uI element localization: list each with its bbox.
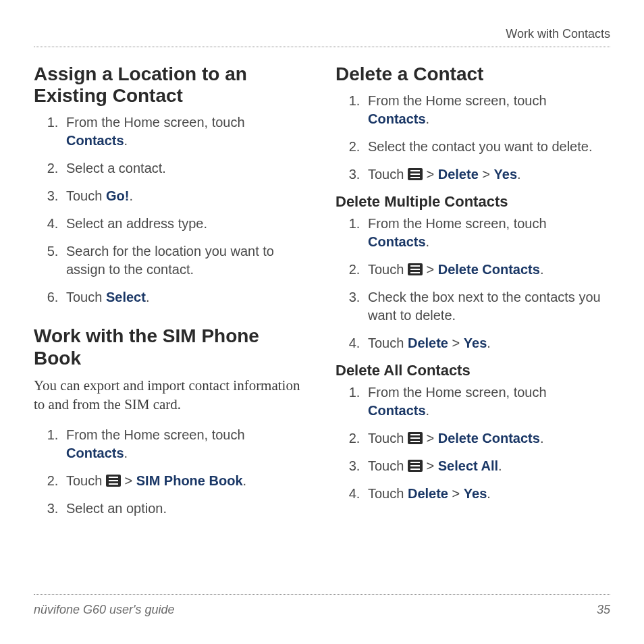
right-column: Delete a Contact From the Home screen, t…	[336, 63, 610, 527]
steps-delete-multiple: From the Home screen, touch Contacts. To…	[336, 215, 610, 352]
steps-assign-location: From the Home screen, touch Contacts. Se…	[34, 113, 308, 306]
link-delete: Delete	[408, 336, 448, 350]
menu-icon	[408, 432, 423, 444]
list-item: Search for the location you want to assi…	[62, 242, 308, 279]
menu-icon	[408, 168, 423, 180]
list-item: Touch > Delete Contacts.	[364, 261, 610, 279]
link-go: Go!	[106, 188, 129, 203]
link-delete-contacts: Delete Contacts	[438, 431, 540, 446]
heading-assign-location: Assign a Location to an Existing Contact	[34, 63, 308, 107]
steps-delete-all: From the Home screen, touch Contacts. To…	[336, 383, 610, 503]
heading-delete-all: Delete All Contacts	[336, 362, 610, 379]
list-item: Touch > Delete > Yes.	[364, 165, 610, 184]
link-select: Select	[106, 290, 146, 304]
link-contacts: Contacts	[368, 111, 426, 126]
list-item: From the Home screen, touch Contacts.	[62, 113, 308, 150]
footer-page-number: 35	[597, 603, 610, 617]
content-columns: Assign a Location to an Existing Contact…	[34, 63, 610, 527]
link-delete: Delete	[438, 167, 479, 182]
list-item: Check the box next to the contacts you w…	[364, 288, 610, 325]
footer-guide-name: nüvifone G60 user's guide	[34, 603, 175, 617]
link-yes: Yes	[464, 336, 487, 350]
list-item: Touch Delete > Yes.	[364, 334, 610, 352]
link-contacts: Contacts	[66, 133, 124, 148]
link-select-all: Select All	[438, 458, 498, 473]
heading-sim-phone-book: Work with the SIM Phone Book	[34, 325, 308, 369]
link-yes: Yes	[464, 486, 487, 501]
link-delete: Delete	[408, 486, 448, 501]
section-title: Work with Contacts	[506, 27, 610, 41]
list-item: Touch Go!.	[62, 187, 308, 205]
list-item: Select an address type.	[62, 215, 308, 233]
link-contacts: Contacts	[368, 234, 426, 249]
menu-icon	[106, 475, 121, 487]
list-item: Touch Select.	[62, 288, 308, 306]
list-item: Touch > Delete Contacts.	[364, 429, 610, 448]
list-item: From the Home screen, touch Contacts.	[364, 92, 610, 128]
link-yes: Yes	[494, 167, 517, 182]
page-footer: nüvifone G60 user's guide 35	[34, 594, 610, 617]
list-item: Touch > Select All.	[364, 457, 610, 475]
menu-icon	[408, 460, 423, 472]
list-item: From the Home screen, touch Contacts.	[364, 215, 610, 251]
link-delete-contacts: Delete Contacts	[438, 262, 540, 277]
list-item: Touch > SIM Phone Book.	[62, 472, 308, 490]
list-item: Select an option.	[62, 500, 308, 518]
link-contacts: Contacts	[66, 446, 124, 460]
list-item: From the Home screen, touch Contacts.	[364, 383, 610, 420]
list-item: Select a contact.	[62, 159, 308, 178]
steps-delete-contact: From the Home screen, touch Contacts. Se…	[336, 92, 610, 184]
heading-delete-multiple: Delete Multiple Contacts	[336, 193, 610, 211]
link-sim-phone-book: SIM Phone Book	[136, 473, 243, 488]
link-contacts: Contacts	[368, 403, 426, 418]
steps-sim-phone-book: From the Home screen, touch Contacts. To…	[34, 426, 308, 518]
list-item: From the Home screen, touch Contacts.	[62, 426, 308, 462]
left-column: Assign a Location to an Existing Contact…	[34, 63, 308, 527]
list-item: Select the contact you want to delete.	[364, 138, 610, 156]
intro-sim-phone-book: You can export and import contact inform…	[34, 376, 308, 414]
heading-delete-contact: Delete a Contact	[336, 63, 610, 85]
list-item: Touch Delete > Yes.	[364, 485, 610, 503]
page-header: Work with Contacts	[34, 27, 610, 47]
menu-icon	[408, 263, 423, 275]
